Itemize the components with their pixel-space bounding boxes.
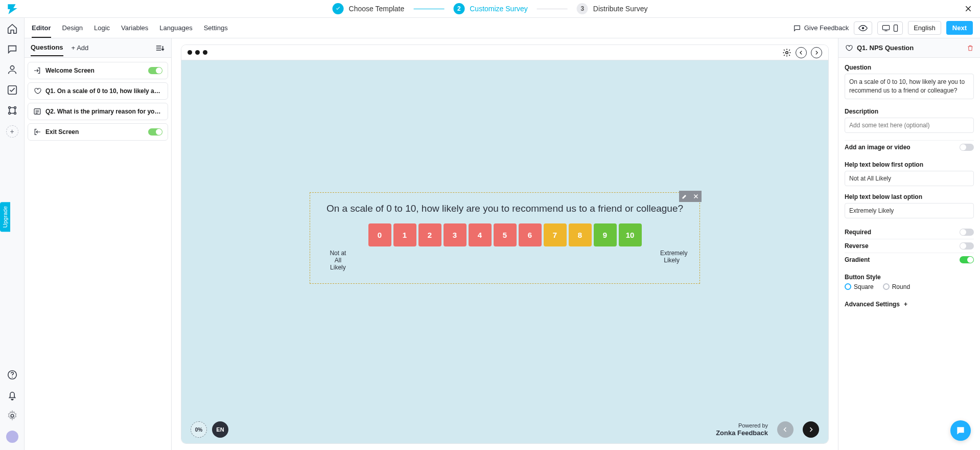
svg-point-13	[786, 51, 788, 54]
intercom-chat-button[interactable]	[950, 420, 971, 441]
preview-button[interactable]	[854, 21, 872, 35]
bell-icon[interactable]	[7, 390, 18, 401]
nps-option-0[interactable]: 0	[368, 223, 391, 246]
nps-option-3[interactable]: 3	[444, 223, 466, 246]
nps-question-text: On a scale of 0 to 10, how likely are yo…	[326, 203, 683, 214]
required-toggle[interactable]	[960, 229, 974, 236]
reverse-toggle[interactable]	[960, 242, 974, 250]
help-first-label: Help text below first option	[845, 161, 974, 168]
right-panel-title: Q1. NPS Question	[857, 44, 914, 52]
question-item-q1[interactable]: Q1. On a scale of 0 to 10, how likely ar…	[28, 82, 168, 100]
description-input[interactable]	[845, 118, 974, 133]
tab-settings[interactable]: Settings	[204, 18, 228, 38]
question-list: Welcome Screen Q1. On a scale of 0 to 10…	[25, 58, 171, 145]
advanced-settings-toggle[interactable]: Advanced Settings +	[845, 301, 974, 308]
chat-icon	[955, 425, 966, 436]
nps-option-1[interactable]: 1	[393, 223, 416, 246]
app-logo[interactable]	[0, 2, 25, 15]
next-question-circle[interactable]	[811, 47, 822, 58]
prev-question-circle[interactable]	[796, 47, 807, 58]
preview-settings-button[interactable]	[782, 48, 791, 57]
question-text: Welcome Screen	[45, 67, 144, 74]
settings-icon[interactable]	[7, 410, 18, 421]
nps-option-6[interactable]: 6	[519, 223, 542, 246]
add-label: Add	[77, 44, 88, 52]
preview-prev-button[interactable]	[777, 421, 794, 438]
nps-option-7[interactable]: 7	[544, 223, 567, 246]
workflow-icon[interactable]	[7, 105, 18, 116]
svg-point-9	[862, 27, 865, 29]
user-avatar[interactable]	[6, 431, 18, 443]
question-item-welcome[interactable]: Welcome Screen	[28, 62, 168, 79]
add-question-button[interactable]: + Add	[72, 44, 89, 52]
window-dot	[195, 50, 200, 55]
brand-name: Zonka Feedback	[716, 429, 768, 437]
edit-block-button[interactable]	[679, 191, 690, 202]
button-style-round[interactable]: Round	[883, 283, 910, 290]
question-item-q2[interactable]: Q2. What is the primary reason for your …	[28, 103, 168, 120]
nps-option-10[interactable]: 10	[619, 223, 642, 246]
reorder-button[interactable]	[155, 44, 165, 52]
step-number: 3	[577, 3, 588, 14]
add-module-button[interactable]: +	[6, 125, 18, 138]
add-image-toggle[interactable]	[960, 144, 974, 151]
nps-option-4[interactable]: 4	[469, 223, 492, 246]
question-label: Question	[845, 64, 974, 71]
nps-option-5[interactable]: 5	[494, 223, 517, 246]
home-icon[interactable]	[7, 23, 18, 34]
tab-logic[interactable]: Logic	[94, 18, 110, 38]
next-button[interactable]: Next	[946, 21, 973, 35]
button-style-square[interactable]: Square	[845, 283, 874, 290]
delete-block-button[interactable]	[690, 191, 702, 202]
help-last-input[interactable]	[845, 203, 974, 218]
nps-option-8[interactable]: 8	[569, 223, 592, 246]
close-button[interactable]	[962, 2, 975, 15]
gear-icon	[782, 48, 791, 57]
users-icon[interactable]	[7, 64, 18, 75]
chevron-right-icon	[814, 50, 819, 55]
tab-variables[interactable]: Variables	[121, 18, 148, 38]
tab-languages[interactable]: Languages	[159, 18, 192, 38]
question-item-exit[interactable]: Exit Screen	[28, 123, 168, 141]
chevron-right-icon	[808, 426, 814, 433]
step-customize-survey[interactable]: 2 Customize Survey	[453, 3, 528, 14]
preview-lang-badge[interactable]: EN	[212, 421, 228, 438]
step-distribute-survey[interactable]: 3 Distribute Survey	[577, 3, 648, 14]
advanced-label: Advanced Settings	[845, 301, 900, 308]
question-input[interactable]	[845, 74, 974, 99]
chevron-left-icon	[782, 426, 788, 433]
gradient-toggle[interactable]	[960, 256, 974, 263]
delete-question-button[interactable]	[967, 44, 974, 52]
svg-rect-10	[883, 25, 890, 30]
questions-tab[interactable]: Questions	[31, 43, 63, 56]
question-toggle[interactable]	[148, 67, 162, 74]
heart-icon	[845, 44, 853, 52]
question-toggle[interactable]	[148, 128, 162, 136]
description-label: Description	[845, 108, 974, 115]
device-toggle[interactable]	[877, 21, 903, 35]
enter-icon	[33, 66, 41, 75]
tab-design[interactable]: Design	[62, 18, 83, 38]
preview-next-button[interactable]	[803, 421, 819, 438]
radio-icon	[883, 283, 890, 290]
nps-option-9[interactable]: 9	[594, 223, 617, 246]
eye-icon	[858, 25, 868, 32]
nps-option-2[interactable]: 2	[418, 223, 441, 246]
right-panel-body: Question Description Add an image or vid…	[838, 58, 980, 314]
upgrade-tab[interactable]: Upgrade	[0, 202, 10, 232]
text-icon	[33, 107, 41, 116]
give-feedback-link[interactable]: Give Feedback	[793, 24, 849, 32]
help-icon[interactable]	[7, 369, 18, 380]
help-first-input[interactable]	[845, 171, 974, 186]
tab-editor[interactable]: Editor	[32, 18, 51, 38]
step-choose-template[interactable]: Choose Template	[333, 3, 405, 14]
checkbox-icon[interactable]	[7, 84, 18, 96]
svg-point-2	[8, 107, 10, 109]
chat-icon[interactable]	[7, 43, 18, 55]
radio-label: Square	[854, 283, 874, 290]
plus-icon: +	[904, 301, 907, 308]
language-selector[interactable]: English	[908, 21, 941, 35]
question-text: Q2. What is the primary reason for your …	[45, 108, 162, 115]
close-icon	[693, 193, 699, 199]
pencil-icon	[682, 193, 688, 199]
